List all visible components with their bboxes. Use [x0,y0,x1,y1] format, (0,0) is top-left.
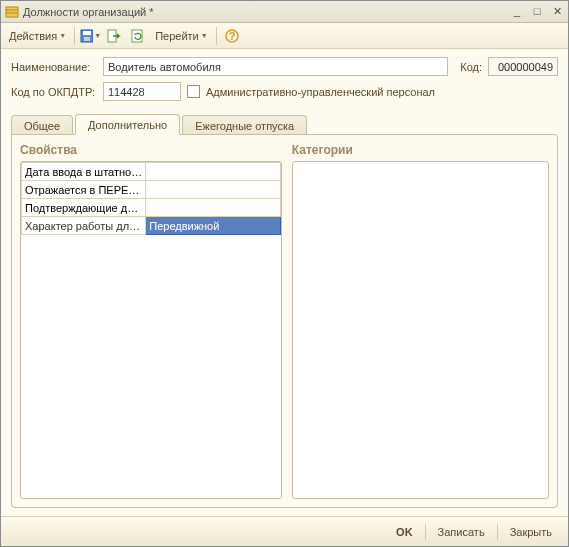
prop-value[interactable]: Передвижной [146,217,281,235]
svg-rect-5 [84,37,90,41]
tabs-row: Общее Дополнительно Ежегодные отпуска [1,113,568,134]
chevron-down-icon: ▼ [201,32,208,39]
categories-title: Категории [292,143,549,157]
prop-name: Характер работы для … [22,217,146,235]
tab-additional[interactable]: Дополнительно [75,114,180,135]
chevron-down-icon: ▼ [94,32,101,39]
svg-rect-0 [6,7,18,17]
name-row: Наименование: Код: [11,57,558,76]
properties-grid[interactable]: Дата ввода в штатное… Отражается в ПЕРЕЧ… [20,161,282,499]
goto-menu-label: Перейти [155,30,199,42]
ok-button[interactable]: OK [388,523,421,541]
help-button[interactable]: ? [221,26,243,46]
record-icon-button[interactable] [103,26,125,46]
button-separator [497,524,498,540]
prop-value[interactable] [146,163,281,181]
table-row[interactable]: Отражается в ПЕРЕЧ… [22,181,281,199]
diskette-icon [79,28,93,44]
titlebar: Должности организаций * _ □ ✕ [1,1,568,23]
table-row[interactable]: Характер работы для … Передвижной [22,217,281,235]
properties-title: Свойства [20,143,282,157]
categories-grid[interactable] [292,161,549,499]
properties-panel: Свойства Дата ввода в штатное… Отражаетс… [20,143,282,499]
actions-menu-label: Действия [9,30,57,42]
help-icon: ? [224,28,240,44]
okpdtr-row: Код по ОКПДТР: Административно-управленч… [11,82,558,101]
svg-rect-4 [83,31,91,35]
properties-table: Дата ввода в штатное… Отражается в ПЕРЕЧ… [21,162,281,235]
button-separator [425,524,426,540]
prop-name: Подтверждающие док… [22,199,146,217]
admin-checkbox[interactable] [187,85,200,98]
refresh-icon [130,28,146,44]
code-input[interactable] [488,57,558,76]
actions-menu[interactable]: Действия ▼ [5,28,70,44]
name-label: Наименование: [11,61,97,73]
refresh-icon-button[interactable] [127,26,149,46]
minimize-button[interactable]: _ [510,5,524,18]
tab-general[interactable]: Общее [11,115,73,135]
okpdtr-input[interactable] [103,82,181,101]
svg-text:?: ? [228,30,235,42]
form-area: Наименование: Код: Код по ОКПДТР: Админи… [1,49,568,111]
save-button[interactable]: Записать [430,523,493,541]
code-label: Код: [460,61,482,73]
window-controls: _ □ ✕ [510,5,564,18]
toolbar: Действия ▼ ▼ Перейти ▼ ? [1,23,568,49]
categories-panel: Категории [292,143,549,499]
name-input[interactable] [103,57,448,76]
tab-vacations[interactable]: Ежегодные отпуска [182,115,307,135]
table-row[interactable]: Дата ввода в штатное… [22,163,281,181]
okpdtr-label: Код по ОКПДТР: [11,86,97,98]
toolbar-separator [74,27,75,45]
toolbar-separator [216,27,217,45]
prop-name: Дата ввода в штатное… [22,163,146,181]
app-icon [5,5,19,19]
button-bar: OK Записать Закрыть [1,516,568,546]
close-button[interactable]: Закрыть [502,523,560,541]
tab-content: Свойства Дата ввода в штатное… Отражаетс… [11,134,558,508]
window-title: Должности организаций * [23,6,510,18]
goto-menu[interactable]: Перейти ▼ [151,28,212,44]
chevron-down-icon: ▼ [59,32,66,39]
prop-value[interactable] [146,199,281,217]
close-window-button[interactable]: ✕ [550,5,564,18]
record-arrow-icon [106,28,122,44]
save-icon-button[interactable]: ▼ [79,26,101,46]
window: Должности организаций * _ □ ✕ Действия ▼… [0,0,569,547]
prop-value[interactable] [146,181,281,199]
admin-checkbox-label: Административно-управленческий персонал [206,86,435,98]
table-row[interactable]: Подтверждающие док… [22,199,281,217]
prop-name: Отражается в ПЕРЕЧ… [22,181,146,199]
maximize-button[interactable]: □ [530,5,544,18]
